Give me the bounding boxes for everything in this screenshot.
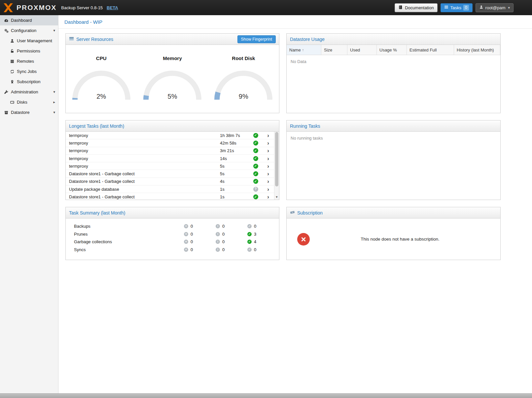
server-icon: [10, 59, 17, 64]
sidebar-item-configuration[interactable]: Configuration▾: [0, 25, 58, 36]
chevron-right-icon[interactable]: ›: [262, 179, 274, 184]
status-ok-icon: ✓: [253, 171, 258, 176]
tasks-label: Tasks: [450, 5, 461, 10]
task-row[interactable]: termproxy42m 58s✓›: [66, 139, 274, 147]
summary-label: Syncs: [66, 247, 184, 252]
chevron-right-icon[interactable]: ›: [262, 194, 274, 200]
warning-icon: !: [216, 224, 220, 228]
sidebar-item-subscription[interactable]: Subscription: [0, 77, 58, 87]
datastore-usage-panel: Datastore Usage Name↑SizeUsedUsage %Esti…: [286, 33, 501, 113]
summary-count: 3: [254, 232, 256, 237]
task-name: termproxy: [66, 141, 220, 146]
sidebar-item-permissions[interactable]: Permissions: [0, 46, 58, 56]
ok-icon: ✓: [247, 232, 252, 236]
book-icon: [398, 5, 403, 11]
error-icon: ×: [184, 232, 188, 236]
warning-icon: !: [216, 248, 220, 252]
task-name: Update package database: [66, 187, 220, 192]
task-row[interactable]: Datastore store1 - Garbage collect4s✓›: [66, 178, 274, 185]
warning-icon: !: [216, 232, 220, 236]
server-resources-panel: Server Resources Show Fingerprint CPU2%M…: [65, 33, 279, 113]
column-header-usage-[interactable]: Usage %: [377, 45, 407, 55]
longest-tasks-header: Longest Tasks (last Month): [66, 120, 279, 132]
chevron-right-icon[interactable]: ›: [262, 133, 274, 138]
summary-count: 0: [191, 247, 193, 252]
user-menu-button[interactable]: root@pam ▾: [476, 3, 514, 12]
show-fingerprint-button[interactable]: Show Fingerprint: [237, 35, 276, 43]
documentation-button[interactable]: Documentation: [395, 3, 437, 12]
summary-row: Syncs×0!0✓0: [66, 246, 279, 254]
chevron-right-icon[interactable]: ›: [262, 148, 274, 153]
sidebar-item-sync-jobs[interactable]: Sync Jobs: [0, 66, 58, 77]
sidebar-item-dashboard[interactable]: Dashboard: [0, 15, 58, 25]
sidebar-item-label: Disks: [17, 100, 27, 105]
datastore-empty-text: No Data: [287, 55, 500, 68]
task-summary-panel: Task Summary (last Month) Backups×0!0✓0P…: [65, 207, 279, 260]
column-header-used[interactable]: Used: [347, 45, 377, 55]
task-row[interactable]: termproxy1h 38m 7s✓›: [66, 132, 274, 139]
task-duration: 1h 38m 7s: [220, 133, 249, 138]
task-row[interactable]: Datastore store1 - Garbage collect5s✓›: [66, 170, 274, 178]
page-title: Dashboard - WIP: [64, 19, 102, 25]
no-subscription-icon: ×: [297, 233, 310, 246]
task-row[interactable]: termproxy5s✓›: [66, 162, 274, 170]
sidebar-item-datastore[interactable]: Datastore▾: [0, 107, 58, 117]
status-unknown-icon: ?: [253, 187, 258, 192]
task-row[interactable]: termproxy14s✓›: [66, 155, 274, 162]
wrench-icon: [4, 90, 11, 94]
task-row[interactable]: Update package database1s?›: [66, 185, 274, 193]
task-duration: 4s: [220, 179, 249, 184]
column-header-name[interactable]: Name↑: [287, 45, 321, 55]
datastore-table-header: Name↑SizeUsedUsage %Estimated FullHistor…: [287, 45, 500, 55]
sidebar-item-administration[interactable]: Administration▾: [0, 87, 58, 97]
chevron-down-icon[interactable]: ▾: [53, 110, 55, 115]
sidebar-item-label: Administration: [11, 89, 38, 94]
error-icon: ×: [184, 240, 188, 244]
product-version: Backup Server 0.8-15: [61, 5, 103, 10]
summary-count: 0: [222, 239, 225, 244]
gears-icon: [4, 28, 11, 33]
task-duration: 1s: [220, 194, 249, 199]
sidebar-item-remotes[interactable]: Remotes: [0, 56, 58, 66]
task-row[interactable]: termproxy3m 21s✓›: [66, 147, 274, 155]
gauge-value: 2%: [72, 93, 131, 100]
proxmox-wordmark: PROXMOX: [17, 4, 56, 12]
scroll-down-icon[interactable]: ▼: [274, 195, 279, 199]
chevron-right-icon[interactable]: ›: [262, 163, 274, 169]
column-header-estimated-full[interactable]: Estimated Full: [407, 45, 454, 55]
gauge-arc: 2%: [72, 69, 131, 100]
chevron-right-icon[interactable]: ▸: [53, 100, 55, 104]
sidebar-item-disks[interactable]: Disks▸: [0, 97, 58, 107]
scrollbar-thumb[interactable]: [275, 132, 278, 186]
dashboard-icon: [4, 18, 11, 23]
status-ok-icon: ✓: [253, 141, 258, 146]
chevron-down-icon[interactable]: ▾: [53, 90, 55, 94]
ok-icon: ✓: [247, 240, 252, 244]
chevron-down-icon[interactable]: ▾: [53, 28, 55, 33]
gauge-label: Root Disk: [232, 55, 255, 61]
column-header-size[interactable]: Size: [321, 45, 347, 55]
column-header-history-last-month-[interactable]: History (last Month): [454, 45, 500, 55]
summary-label: Backups: [66, 224, 184, 229]
running-tasks-title: Running Tasks: [290, 123, 320, 129]
column-label: Used: [350, 48, 360, 52]
chevron-right-icon[interactable]: ›: [262, 186, 274, 192]
chevron-right-icon[interactable]: ›: [262, 156, 274, 161]
chevron-right-icon[interactable]: ›: [262, 140, 274, 146]
resource-bars-icon: [69, 36, 74, 42]
disk-icon: [10, 100, 17, 105]
datastore-usage-header: Datastore Usage: [287, 34, 500, 45]
status-ok-icon: ✓: [253, 194, 258, 199]
chevron-right-icon[interactable]: ›: [262, 171, 274, 177]
tasks-button[interactable]: Tasks 0: [441, 3, 473, 12]
sidebar-item-user-management[interactable]: User Management: [0, 36, 58, 46]
task-row[interactable]: Datastore store1 - Garbage collect1s✓›: [66, 193, 274, 200]
task-name: termproxy: [66, 148, 220, 153]
scrollbar[interactable]: ▼: [274, 132, 279, 200]
beta-link[interactable]: BETA: [107, 5, 118, 10]
task-summary-header: Task Summary (last Month): [66, 207, 279, 218]
gauge-label: Memory: [163, 55, 182, 61]
status-ok-icon: ✓: [253, 133, 258, 138]
server-resources-header: Server Resources Show Fingerprint: [66, 34, 279, 45]
unlock-icon: [10, 49, 17, 53]
